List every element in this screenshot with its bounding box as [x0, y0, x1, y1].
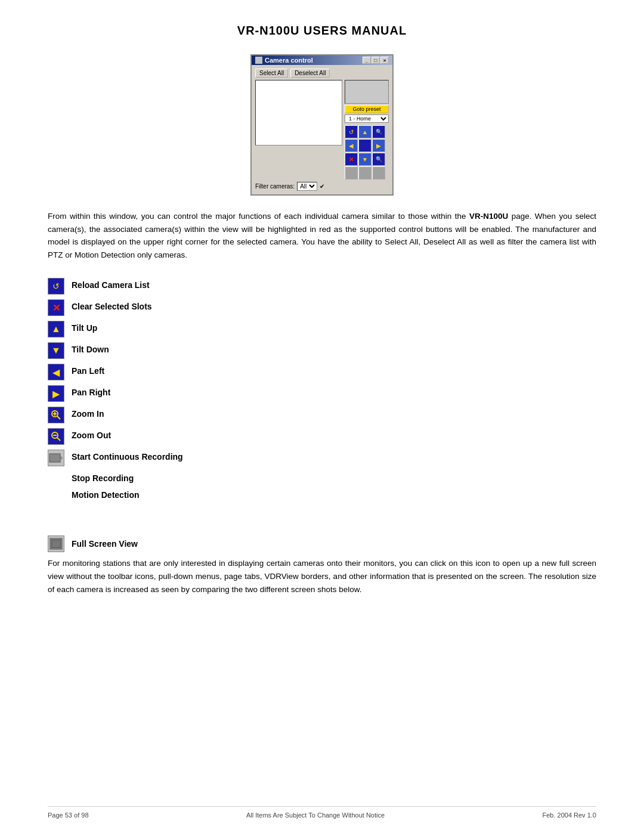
stop-recording-label: Stop Recording	[72, 471, 134, 483]
close-btn[interactable]: ×	[380, 57, 389, 64]
icon-item-pan-left: ◀ Pan Left	[48, 364, 596, 380]
ptz-btn-clear[interactable]: ✕	[345, 153, 358, 166]
ptz-btn-tilt-down[interactable]: ▼	[358, 153, 371, 166]
titlebar-left: Camera control	[255, 57, 313, 64]
deselect-all-button[interactable]: Deselect All	[290, 69, 330, 78]
icon-item-zoom-out: Zoom Out	[48, 428, 596, 445]
ptz-grid: ↺ ▲ 🔍 ◀ ▶ ✕ ▼ 🔍	[345, 125, 389, 179]
zoom-out-icon	[48, 428, 64, 445]
zoom-out-label: Zoom Out	[72, 428, 111, 440]
camera-main-area: Goto preset 1 - Home ↺ ▲ 🔍 ◀ ▶ ✕	[255, 80, 389, 179]
filter-check-icon[interactable]: ✔	[320, 183, 324, 190]
svg-rect-7	[49, 454, 60, 462]
select-all-button[interactable]: Select All	[255, 69, 288, 78]
icon-item-zoom-in: Zoom In	[48, 407, 596, 423]
camera-control-window: Camera control _ □ × Select All Deselect…	[250, 54, 394, 196]
tilt-up-icon: ▲	[48, 321, 64, 337]
full-screen-view-icon	[48, 535, 64, 552]
full-screen-section: Full Screen View For monitoring stations…	[48, 535, 596, 596]
ptz-btn-zoom-in[interactable]: 🔍	[372, 125, 385, 138]
footer-date: Feb. 2004 Rev 1.0	[542, 812, 596, 819]
clear-selected-slots-icon: ✕	[48, 299, 64, 316]
icon-item-reload: ↺ Reload Camera List	[48, 278, 596, 295]
titlebar-controls: _ □ ×	[363, 57, 389, 64]
camera-preview-box	[345, 80, 389, 104]
camera-list-area[interactable]	[255, 80, 342, 145]
ptz-btn-stop[interactable]	[358, 166, 371, 179]
icon-item-tilt-down: ▼ Tilt Down	[48, 342, 596, 359]
preset-dropdown[interactable]: 1 - Home	[345, 114, 389, 123]
pan-right-icon: ▶	[48, 385, 64, 402]
camera-window-screenshot: Camera control _ □ × Select All Deselect…	[48, 54, 596, 196]
full-screen-header: Full Screen View	[48, 535, 596, 552]
goto-preset-button[interactable]: Goto preset	[345, 105, 389, 113]
icon-item-pan-right: ▶ Pan Right	[48, 385, 596, 402]
camera-window-body: Select All Deselect All Goto preset 1 - …	[252, 65, 392, 194]
minimize-btn[interactable]: _	[363, 57, 371, 64]
tilt-down-icon: ▼	[48, 342, 64, 359]
footer-notice: All Items Are Subject To Change Without …	[246, 812, 385, 819]
ptz-btn-rec-cont[interactable]	[345, 166, 358, 179]
pan-right-label: Pan Right	[72, 385, 110, 397]
icon-item-clear: ✕ Clear Selected Slots	[48, 299, 596, 316]
description-paragraph: From within this window, you can control…	[48, 210, 596, 261]
top-button-row: Select All Deselect All	[255, 69, 389, 78]
camera-window-titlebar: Camera control _ □ ×	[252, 55, 392, 65]
maximize-btn[interactable]: □	[371, 57, 380, 64]
start-continuous-recording-icon	[48, 450, 64, 466]
icon-item-start-cont-rec: Start Continuous Recording	[48, 450, 596, 466]
page-footer: Page 53 of 98 All Items Are Subject To C…	[48, 806, 596, 819]
tilt-down-label: Tilt Down	[72, 342, 109, 354]
pan-left-icon: ◀	[48, 364, 64, 380]
ptz-btn-reload[interactable]: ↺	[345, 125, 358, 138]
start-continuous-recording-label: Start Continuous Recording	[72, 450, 183, 462]
filter-row: Filter cameras: All ✔	[255, 182, 389, 191]
filter-cameras-select[interactable]: All	[297, 182, 317, 191]
camera-right-panel: Goto preset 1 - Home ↺ ▲ 🔍 ◀ ▶ ✕	[345, 80, 389, 179]
svg-line-1	[57, 416, 60, 419]
window-icon	[255, 57, 262, 64]
clear-selected-slots-label: Clear Selected Slots	[72, 299, 152, 311]
page-title: VR-N100U USERS MANUAL	[48, 24, 596, 38]
svg-line-5	[57, 438, 60, 441]
tilt-up-label: Tilt Up	[72, 321, 97, 333]
icon-item-tilt-up: ▲ Tilt Up	[48, 321, 596, 337]
ptz-btn-motion[interactable]	[372, 166, 385, 179]
full-screen-description: For monitoring stations that are only in…	[48, 557, 596, 596]
ptz-btn-pan-left[interactable]: ◀	[345, 139, 358, 152]
motion-detection-label: Motion Detection	[72, 488, 140, 500]
zoom-in-label: Zoom In	[72, 407, 104, 419]
ptz-btn-tilt-up[interactable]: ▲	[358, 125, 371, 138]
zoom-in-icon	[48, 407, 64, 423]
full-screen-title: Full Screen View	[72, 539, 138, 549]
window-title: Camera control	[265, 57, 313, 64]
footer-page-number: Page 53 of 98	[48, 812, 89, 819]
svg-rect-11	[52, 540, 60, 547]
filter-cameras-label: Filter cameras:	[255, 183, 295, 190]
ptz-btn-center[interactable]	[358, 139, 371, 152]
ptz-btn-pan-right[interactable]: ▶	[372, 139, 385, 152]
pan-left-label: Pan Left	[72, 364, 104, 376]
ptz-btn-zoom-out[interactable]: 🔍	[372, 153, 385, 166]
svg-marker-8	[60, 455, 63, 461]
reload-camera-list-label: Reload Camera List	[72, 278, 150, 290]
bold-product-name: VR-N100U	[469, 212, 508, 221]
icon-list: ↺ Reload Camera List ✕ Clear Selected Sl…	[48, 278, 596, 500]
icon-item-motion-det: Motion Detection	[48, 488, 596, 500]
reload-camera-list-icon: ↺	[48, 278, 64, 295]
icon-item-stop-rec: Stop Recording	[48, 471, 596, 483]
